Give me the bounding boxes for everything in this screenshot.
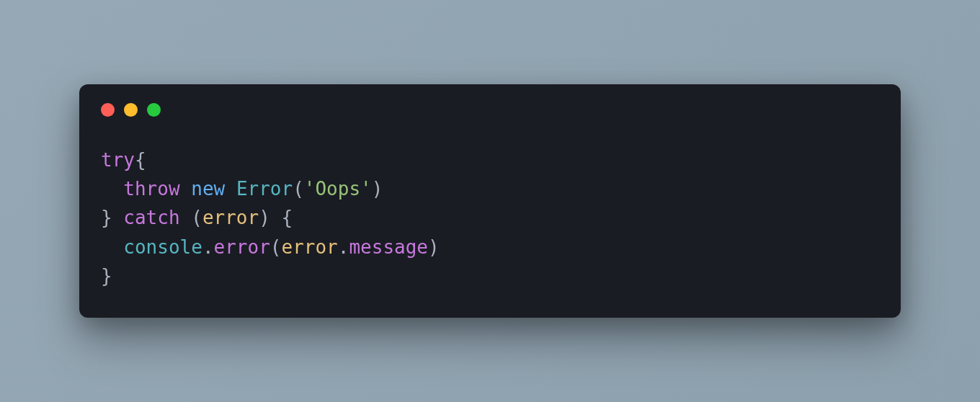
close-icon[interactable] <box>101 103 115 117</box>
brace: { <box>282 207 293 228</box>
string-literal: 'Oops' <box>304 178 372 200</box>
paren: ( <box>191 207 202 228</box>
prop-message: message <box>349 236 428 258</box>
code-block: try{ throw new Error('Oops') } catch (er… <box>79 117 901 290</box>
paren: ) <box>372 178 383 200</box>
keyword-throw: throw <box>123 178 179 200</box>
minimize-icon[interactable] <box>124 103 138 117</box>
paren: ( <box>293 178 304 200</box>
keyword-try: try <box>101 149 135 171</box>
indent <box>101 236 123 258</box>
method-error: error <box>214 236 270 258</box>
window-titlebar <box>79 84 901 117</box>
brace: } <box>101 265 112 287</box>
dot: . <box>202 236 214 258</box>
code-window: try{ throw new Error('Oops') } catch (er… <box>79 84 901 318</box>
class-error: Error <box>236 178 293 200</box>
brace: { <box>135 149 146 171</box>
keyword-catch: catch <box>123 207 179 228</box>
indent <box>101 178 123 200</box>
arg-error: error <box>281 236 337 258</box>
param-error: error <box>202 207 259 228</box>
paren: ( <box>270 236 282 258</box>
brace: } <box>101 207 112 228</box>
object-console: console <box>123 236 202 258</box>
paren: ) <box>428 236 440 258</box>
keyword-new: new <box>191 178 225 200</box>
paren: ) <box>259 207 270 228</box>
dot: . <box>338 236 349 258</box>
maximize-icon[interactable] <box>147 103 161 117</box>
